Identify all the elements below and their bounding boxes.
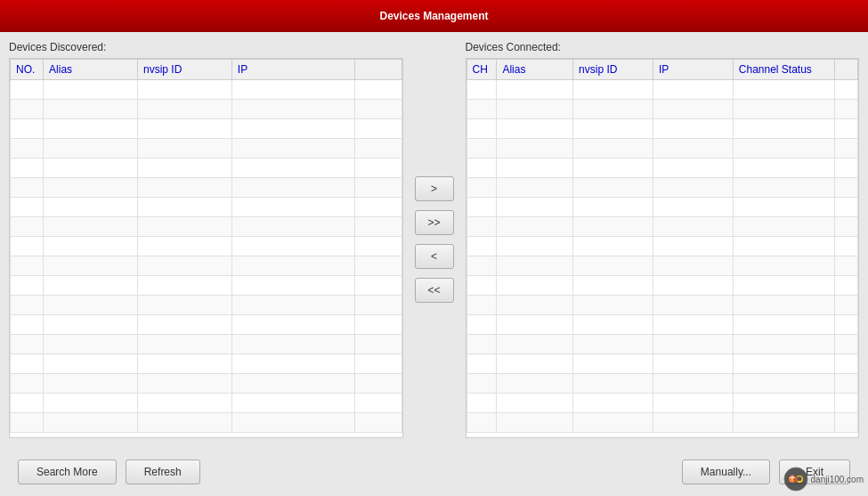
- table-row[interactable]: [11, 119, 402, 139]
- table-row[interactable]: [11, 178, 402, 198]
- col-ip: IP: [231, 60, 354, 80]
- table-row[interactable]: [11, 315, 402, 335]
- table-row[interactable]: [11, 217, 402, 237]
- table-row[interactable]: [11, 374, 402, 394]
- transfer-buttons-area: > >> < <<: [403, 41, 466, 438]
- col-extra: [354, 60, 402, 80]
- table-row[interactable]: [11, 100, 402, 119]
- remove-all-button[interactable]: <<: [415, 278, 454, 303]
- table-row[interactable]: [11, 139, 402, 159]
- table-row[interactable]: [466, 394, 858, 413]
- table-row[interactable]: [466, 256, 858, 276]
- table-row[interactable]: [11, 394, 402, 413]
- table-row[interactable]: [466, 374, 858, 394]
- col-ch: CH: [466, 60, 497, 80]
- col-nvsip: nvsip ID: [573, 60, 653, 80]
- app-title: Devices Management: [379, 10, 488, 22]
- table-row[interactable]: [466, 159, 858, 178]
- table-row[interactable]: [11, 296, 402, 315]
- table-row[interactable]: [466, 100, 858, 119]
- table-row[interactable]: [466, 178, 858, 198]
- col-no: NO.: [11, 60, 44, 80]
- table-row[interactable]: [466, 276, 858, 296]
- discovered-table-container: NO. Alias nvsip ID IP: [9, 58, 403, 438]
- search-more-button[interactable]: Search More: [18, 459, 117, 484]
- table-row[interactable]: [11, 276, 402, 296]
- table-row[interactable]: [11, 256, 402, 276]
- table-row[interactable]: [11, 198, 402, 217]
- table-row[interactable]: [466, 198, 858, 217]
- table-row[interactable]: [11, 237, 402, 256]
- bottom-left-buttons: Search More Refresh: [18, 459, 200, 484]
- discovered-table: NO. Alias nvsip ID IP: [10, 59, 402, 433]
- col-ip: IP: [653, 60, 733, 80]
- table-row[interactable]: [11, 354, 402, 374]
- table-row[interactable]: [11, 159, 402, 178]
- add-one-button[interactable]: >: [415, 176, 454, 201]
- table-row[interactable]: [466, 119, 858, 139]
- discovered-label: Devices Discovered:: [9, 41, 403, 53]
- watermark: + ● danji100.com: [783, 467, 864, 492]
- table-row[interactable]: [11, 335, 402, 354]
- title-bar: Devices Management: [0, 0, 868, 32]
- table-row[interactable]: [466, 296, 858, 315]
- col-alias: Alias: [497, 60, 573, 80]
- table-row[interactable]: [466, 217, 858, 237]
- col-extra: [834, 60, 857, 80]
- table-row[interactable]: [466, 315, 858, 335]
- discovered-panel: Devices Discovered: NO. Alias nvsip ID I…: [9, 41, 403, 438]
- refresh-button[interactable]: Refresh: [126, 459, 200, 484]
- col-nvsip: nvsip ID: [137, 60, 231, 80]
- svg-text:+: +: [789, 472, 795, 484]
- connected-table: CH Alias nvsip ID IP Channel Status: [466, 59, 859, 433]
- table-row[interactable]: [11, 413, 402, 433]
- add-all-button[interactable]: >>: [415, 210, 454, 235]
- remove-one-button[interactable]: <: [415, 244, 454, 269]
- table-row[interactable]: [466, 80, 858, 100]
- svg-text:●: ●: [796, 472, 802, 484]
- table-row[interactable]: [11, 80, 402, 100]
- manually-button[interactable]: Manually...: [682, 459, 770, 484]
- table-row[interactable]: [466, 139, 858, 159]
- col-alias: Alias: [44, 60, 138, 80]
- connected-panel: Devices Connected: CH Alias nvsip ID IP …: [466, 41, 860, 438]
- bottom-bar: Search More Refresh Manually... Exit + ●…: [0, 447, 868, 496]
- table-row[interactable]: [466, 237, 858, 256]
- watermark-text: danji100.com: [811, 475, 864, 484]
- connected-table-container: CH Alias nvsip ID IP Channel Status: [466, 58, 860, 438]
- connected-label: Devices Connected:: [466, 41, 860, 53]
- watermark-icon: + ●: [783, 467, 808, 492]
- table-row[interactable]: [466, 354, 858, 374]
- bottom-right-buttons: Manually... Exit + ● danji100.com: [682, 459, 850, 484]
- table-row[interactable]: [466, 413, 858, 433]
- table-row[interactable]: [466, 335, 858, 354]
- col-channel-status: Channel Status: [733, 60, 834, 80]
